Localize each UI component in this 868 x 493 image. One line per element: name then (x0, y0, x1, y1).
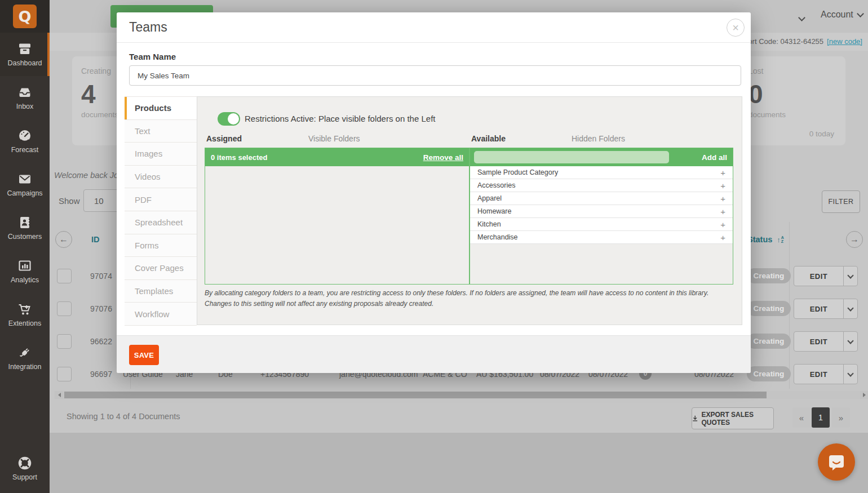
sidebar-item-forecast[interactable]: Forecast (0, 119, 50, 163)
tab-cover-pages[interactable]: Cover Pages (125, 257, 197, 280)
restrictions-toggle-label: Restrictions Active: Place visible folde… (245, 114, 436, 123)
account-dropdown[interactable]: Account (821, 10, 863, 20)
cell-id: 97076 (90, 304, 112, 313)
status-column-header[interactable]: Status ↑AZ (747, 235, 784, 244)
dropdown-chevron-icon[interactable] (799, 12, 804, 23)
stat-unit: documents (749, 110, 786, 119)
id-column-header[interactable]: ID (91, 235, 100, 244)
sidebar: Q Dashboard Inbox Forecast Campaign (0, 0, 50, 493)
folder-search-input[interactable] (474, 151, 669, 163)
edit-dropdown-toggle[interactable] (843, 299, 857, 318)
add-folder-icon[interactable]: + (720, 168, 725, 177)
sidebar-item-inbox[interactable]: Inbox (0, 76, 50, 119)
row-checkbox[interactable] (57, 367, 72, 381)
plug-icon (17, 345, 32, 360)
app-logo[interactable]: Q (0, 0, 50, 33)
edit-split-button[interactable]: EDIT (794, 364, 858, 384)
scrollbar-left-arrow[interactable] (55, 391, 63, 399)
edit-split-button[interactable]: EDIT (794, 331, 858, 352)
support-chat-button[interactable] (818, 443, 855, 481)
scroll-right-button[interactable]: → (846, 231, 863, 248)
sidebar-item-campaigns[interactable]: Campaigns (0, 163, 50, 206)
edit-dropdown-toggle[interactable] (843, 365, 857, 384)
row-checkbox[interactable] (57, 301, 72, 316)
add-folder-icon[interactable]: + (720, 181, 725, 190)
status-badge: Creating (747, 301, 791, 316)
edit-button[interactable]: EDIT (794, 332, 843, 351)
tab-products[interactable]: Products (125, 97, 197, 120)
filter-button[interactable]: FILTER (822, 190, 860, 213)
tab-images[interactable]: Images (125, 143, 197, 166)
edit-dropdown-toggle[interactable] (843, 267, 857, 286)
edit-button[interactable]: EDIT (794, 365, 843, 384)
sidebar-item-support[interactable]: Support (0, 447, 50, 490)
scroll-left-button[interactable]: ← (55, 231, 72, 248)
pagination-next-button[interactable]: » (832, 407, 850, 428)
new-code-link[interactable]: [new code] (827, 37, 862, 46)
show-label: Show (59, 196, 80, 206)
list-item[interactable]: Homeware + (470, 205, 733, 218)
life-ring-icon (17, 456, 32, 470)
status-badge: Creating (747, 366, 791, 381)
edit-split-button[interactable]: EDIT (794, 299, 858, 319)
edit-button[interactable]: EDIT (794, 267, 843, 286)
tab-spreadsheet[interactable]: Spreadsheet (125, 211, 197, 234)
export-sales-quotes-button[interactable]: EXPORT SALES QUOTES (692, 407, 774, 429)
available-header: Available (471, 134, 506, 143)
page-bottom-area (50, 433, 868, 493)
sidebar-item-dashboard[interactable]: Dashboard (0, 33, 50, 76)
tab-pdf[interactable]: PDF (125, 188, 197, 211)
team-name-label: Team Name (129, 52, 176, 61)
chat-bubble-icon (827, 452, 846, 472)
save-button[interactable]: SAVE (129, 345, 159, 365)
envelope-icon (17, 172, 32, 186)
sidebar-item-integration[interactable]: Integration (0, 336, 50, 380)
inbox-tray-icon (17, 85, 32, 100)
list-item[interactable]: Kitchen + (470, 218, 733, 231)
pagination-prev-button[interactable]: « (792, 407, 811, 428)
tab-videos[interactable]: Videos (125, 166, 197, 189)
edit-split-button[interactable]: EDIT (794, 266, 858, 286)
list-item[interactable]: Apparel + (470, 192, 733, 205)
list-item[interactable]: Accessories + (470, 179, 733, 192)
sidebar-item-customers[interactable]: Customers (0, 206, 50, 250)
tab-text[interactable]: Text (125, 120, 197, 143)
status-badge: Creating (747, 268, 791, 283)
list-item[interactable]: Merchandise + (470, 231, 733, 244)
add-folder-icon[interactable]: + (720, 220, 725, 229)
edit-dropdown-toggle[interactable] (843, 332, 857, 351)
visible-folders-header: Visible Folders (308, 134, 360, 143)
scrollbar-thumb[interactable] (64, 392, 767, 398)
remove-all-link[interactable]: Remove all (423, 153, 463, 162)
add-folder-icon[interactable]: + (720, 207, 725, 216)
gauge-icon (17, 128, 32, 143)
selected-count: 0 items selected (211, 153, 267, 162)
stat-value: 4 (81, 81, 96, 107)
tab-forms[interactable]: Forms (125, 234, 197, 257)
tab-templates[interactable]: Templates (125, 280, 197, 303)
sidebar-item-extentions[interactable]: Extentions (0, 293, 50, 336)
scrollbar-right-arrow[interactable] (860, 391, 868, 399)
archive-box-icon (17, 42, 32, 56)
sidebar-item-analytics[interactable]: Analytics (0, 250, 50, 293)
close-icon[interactable]: × (727, 19, 745, 37)
pagination-current-page[interactable]: 1 (812, 407, 830, 428)
row-checkbox[interactable] (57, 269, 72, 283)
sort-icon[interactable]: ↑AZ (777, 235, 784, 244)
add-folder-icon[interactable]: + (720, 233, 725, 242)
edit-button[interactable]: EDIT (794, 299, 843, 318)
cell-id: 96697 (90, 370, 112, 379)
address-book-icon (17, 215, 32, 230)
cart-plus-icon (17, 302, 32, 317)
stat-unit: documents (81, 110, 118, 119)
download-icon (692, 415, 698, 422)
list-item[interactable]: Sample Product Category + (470, 166, 733, 179)
row-checkbox[interactable] (57, 334, 72, 349)
add-all-link[interactable]: Add all (702, 153, 727, 162)
tab-workflow[interactable]: Workflow (125, 303, 197, 326)
add-folder-icon[interactable]: + (720, 194, 725, 203)
restrictions-toggle[interactable] (218, 112, 240, 126)
stat-today: 0 today (809, 130, 834, 138)
folder-list: Sample Product Category + Accessories + … (470, 166, 733, 244)
team-name-input[interactable] (129, 65, 741, 86)
